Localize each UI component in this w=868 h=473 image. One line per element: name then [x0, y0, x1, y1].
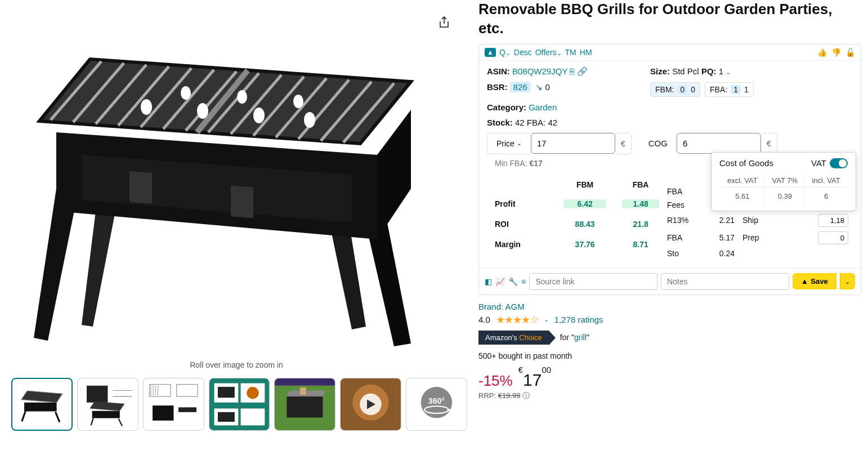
amazon-choice-badge[interactable]: Amazon's Choice for "grill": [478, 331, 589, 345]
hm-link[interactable]: HM: [580, 48, 592, 57]
bsr-delta: 0: [545, 82, 549, 92]
svg-rect-43: [149, 385, 170, 396]
fbm-box[interactable]: FBM: 0 0: [650, 82, 700, 97]
price-label[interactable]: Price ⌄: [487, 133, 531, 154]
tool-bottom-bar: ◧ 📈 🔧 ≡ ▲ Save ⌄: [479, 268, 861, 294]
choice-keyword[interactable]: grill: [574, 333, 587, 342]
source-link-input[interactable]: [529, 273, 657, 290]
product-info-panel: Removable BBQ Grills for Outdoor Garden …: [467, 0, 861, 431]
svg-rect-49: [153, 405, 173, 421]
save-dropdown[interactable]: ⌄: [840, 273, 855, 289]
svg-point-25: [141, 99, 152, 115]
wrench-icon[interactable]: 🔧: [508, 277, 518, 286]
offers-link[interactable]: Offers⌄: [535, 48, 562, 57]
thumbnail-4[interactable]: [209, 378, 270, 431]
trend-down-icon: ↘: [535, 82, 543, 92]
svg-text:360°: 360°: [428, 396, 445, 405]
svg-rect-61: [287, 396, 323, 417]
svg-line-35: [55, 412, 59, 422]
ship-input[interactable]: [818, 214, 848, 227]
thumbnail-360[interactable]: 360°: [406, 378, 467, 431]
tool-header: ▲ Q⌄ Desc Offers⌄ TM HM 👍 👎 🔓: [479, 44, 861, 61]
stock-value: 42 FBA: 42: [515, 118, 557, 127]
info-icon[interactable]: ⓘ: [522, 391, 530, 400]
vat-toggle[interactable]: [830, 158, 848, 168]
pq-label: PQ:: [701, 66, 717, 76]
share-icon[interactable]: [438, 16, 450, 31]
image-panel: Roll over image to zoom in VIDEO 3: [6, 0, 467, 431]
panel-icon[interactable]: ◧: [485, 277, 492, 286]
svg-point-31: [304, 112, 315, 128]
svg-marker-3: [329, 222, 366, 329]
thumbs-up-icon[interactable]: 👍: [817, 48, 827, 57]
prep-input[interactable]: [818, 231, 848, 244]
svg-line-39: [91, 418, 93, 426]
collapse-icon[interactable]: ▲: [485, 48, 496, 57]
svg-rect-7: [129, 171, 152, 204]
asin-label: ASIN:: [487, 66, 510, 76]
asin-value[interactable]: B08QW29JQY: [512, 66, 567, 76]
svg-rect-58: [218, 412, 235, 422]
thumbs-down-icon[interactable]: 👎: [831, 48, 841, 57]
cog-currency: €: [761, 133, 777, 154]
svg-rect-57: [240, 408, 265, 425]
min-fba-label: Min FBA:: [495, 159, 527, 168]
svg-point-27: [253, 108, 265, 123]
thumbnail-strip: VIDEO 360°: [6, 378, 467, 431]
svg-point-28: [181, 86, 191, 100]
save-button[interactable]: ▲ Save: [793, 273, 836, 289]
bsr-label: BSR:: [487, 82, 508, 92]
ratings-count-link[interactable]: 1,278 ratings: [554, 315, 603, 324]
svg-rect-63: [300, 387, 306, 395]
chevron-down-icon[interactable]: ⌄: [726, 69, 731, 75]
svg-line-40: [119, 419, 122, 426]
vat-label: VAT: [811, 158, 826, 168]
copy-icon[interactable]: ⎘: [570, 66, 575, 76]
profit-table: FBMFBA Profit 6.42 1.48 ROI 88.43 21.8: [487, 176, 667, 255]
thumbnail-1[interactable]: [11, 378, 73, 431]
main-product-image[interactable]: [6, 6, 433, 355]
fba-box[interactable]: FBA: 1 1: [705, 82, 754, 97]
tm-link[interactable]: TM: [565, 48, 576, 57]
list-icon[interactable]: ≡: [521, 277, 526, 286]
category-value[interactable]: Garden: [529, 102, 557, 112]
lock-icon[interactable]: 🔓: [845, 48, 855, 57]
svg-rect-38: [92, 411, 120, 418]
size-label: Size:: [650, 66, 670, 76]
bought-count: 500+ bought in past month: [478, 351, 861, 360]
thumbnail-2[interactable]: [77, 378, 138, 431]
thumbnail-3[interactable]: [143, 378, 204, 431]
zoom-hint-text: Roll over image to zoom in: [6, 360, 467, 369]
notes-input[interactable]: [661, 273, 789, 290]
bsr-value[interactable]: 826: [510, 82, 531, 92]
star-rating[interactable]: ★★★★☆: [496, 314, 538, 326]
rating-chevron-icon[interactable]: ⌄: [544, 316, 549, 323]
svg-marker-2: [82, 211, 115, 327]
brand-link[interactable]: Brand: AGM: [478, 302, 861, 311]
thumbnail-video[interactable]: VIDEO: [340, 378, 401, 431]
rrp-label: RRP:: [478, 391, 496, 400]
search-icon[interactable]: Q⌄: [499, 48, 511, 57]
stock-label: Stock:: [487, 118, 513, 127]
price-input[interactable]: [531, 133, 615, 154]
thumbnail-5[interactable]: [274, 378, 335, 431]
svg-point-55: [247, 387, 258, 399]
size-value: Std Pcl: [672, 66, 699, 76]
cog-input[interactable]: [677, 133, 761, 154]
product-title: Removable BBQ Grills for Outdoor Garden …: [478, 0, 861, 38]
price-display: -15% €1700: [478, 371, 861, 390]
desc-link[interactable]: Desc: [514, 48, 532, 57]
link-icon[interactable]: 🔗: [577, 66, 588, 76]
svg-point-29: [237, 90, 247, 104]
discount-percent: -15%: [478, 372, 513, 390]
price-currency: €: [615, 133, 632, 154]
rating-value: 4.0: [478, 315, 490, 324]
svg-line-34: [22, 412, 25, 422]
svg-rect-59: [275, 378, 335, 386]
svg-rect-54: [218, 387, 235, 398]
popup-title: Cost of Goods: [719, 158, 773, 168]
cog-popup: Cost of Goods VAT excl. VAT VAT 7%: [711, 152, 856, 211]
chart-icon[interactable]: 📈: [495, 277, 505, 286]
svg-rect-50: [178, 407, 196, 412]
rrp-value: €19.99: [498, 391, 521, 400]
